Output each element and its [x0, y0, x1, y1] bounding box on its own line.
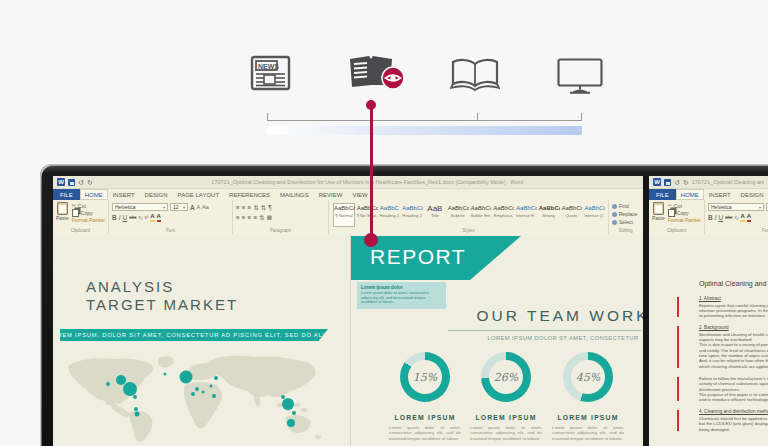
style-strong[interactable]: AaBbCcStrong — [538, 203, 560, 227]
font-group: Helvetica▾ 12▾ A A Aa B I U abc x₂ — [109, 200, 233, 234]
map-dot — [134, 407, 138, 411]
undo-icon[interactable]: ↺ — [78, 179, 84, 186]
map-dot — [212, 394, 216, 398]
ribbon-tab-view[interactable]: VIEW — [347, 189, 372, 200]
word-window-secondary: W ↺ ↻ 170721_Optimal Cleaning and Disinf… — [649, 176, 768, 446]
ribbon-tab-home[interactable]: HOME — [676, 189, 704, 200]
bullets-icon[interactable]: ≡ — [236, 204, 240, 211]
indent-icons[interactable]: ⇅ — [253, 204, 258, 211]
redo-icon[interactable]: ↻ — [87, 179, 93, 186]
style-heading-1[interactable]: AaBbCHeading 1 — [379, 203, 401, 227]
section-title: OUR TEAM WORK — [453, 307, 643, 325]
numbering-icon[interactable]: ≡ — [242, 204, 246, 211]
highlight-color-button[interactable]: A — [150, 213, 154, 222]
paragraph-group: ≡ ≡ ≡ ⇅ ⇅ ¶ ≡ ≡ ≡ ≡ ⇅ — [233, 200, 329, 234]
ribbon-tab-mailings[interactable]: MAILINGS — [275, 189, 314, 200]
ribbon-tab-references[interactable]: REFERENCES — [224, 189, 275, 200]
redo-icon[interactable]: ↻ — [683, 179, 689, 186]
copy-button[interactable]: Copy — [72, 209, 105, 216]
change-case-icon[interactable]: Aa — [202, 204, 209, 211]
strikethrough-button[interactable]: abc — [725, 214, 732, 221]
italic-button[interactable]: I — [119, 214, 121, 221]
copy-icon — [668, 209, 675, 217]
side-doc-line: This is due in part to a variety of pers… — [699, 342, 768, 347]
ribbon-tab-review[interactable]: REVIEW — [314, 189, 348, 200]
font-name-select[interactable]: Helvetica▾ — [708, 203, 764, 211]
align-right-icon[interactable]: ≡ — [248, 214, 252, 221]
select-button[interactable]: Select — [612, 218, 640, 226]
ribbon-tab-file[interactable]: FILE — [53, 189, 80, 200]
underline-button[interactable]: U — [123, 214, 128, 221]
document-canvas: ANALYSIS TARGET MARKET LOREM IPSUM. DOLO… — [53, 234, 643, 446]
map-dot — [202, 391, 205, 394]
style-emphasis[interactable]: AaBbCcEmphasis — [492, 203, 514, 227]
align-center-icon[interactable]: ≡ — [242, 214, 246, 221]
style-title[interactable]: AaBTitle — [424, 203, 446, 227]
bold-button[interactable]: B — [112, 214, 117, 221]
world-map — [60, 353, 343, 444]
style-subtle-em-[interactable]: AaBbCcSubtle Em... — [470, 203, 492, 227]
ribbon-tab-design[interactable]: DESIGN — [736, 189, 768, 200]
side-doc-section: Failure to follow the manufacturer's ina… — [699, 376, 768, 402]
group-label: Font — [109, 228, 232, 233]
font-size-select[interactable]: 12▾ — [170, 203, 188, 211]
side-doc-title: Optimal Cleaning and Disinfection — [699, 280, 768, 287]
borders-icon[interactable]: ▦ — [267, 214, 272, 221]
find-button[interactable]: Find — [612, 202, 640, 210]
copy-button[interactable]: Copy — [668, 209, 701, 216]
ribbon-tab-insert[interactable]: INSERT — [704, 189, 736, 200]
side-doc-line: to preventing infection on monitors. — [699, 313, 768, 318]
highlight-color-button[interactable]: A — [740, 213, 744, 222]
replace-button[interactable]: Replace — [612, 210, 640, 218]
sort-icon[interactable]: ⇅ — [261, 204, 266, 211]
pilcrow-icon[interactable]: ¶ — [268, 204, 272, 211]
font-group: Helvetica▾ 12▾ A A B I U abc x₂ A — [705, 200, 768, 234]
multilevel-list-icon[interactable]: ≡ — [248, 204, 252, 211]
grow-font-icon[interactable]: A — [190, 204, 195, 211]
paste-button[interactable]: Paste — [56, 202, 69, 223]
bold-button[interactable]: B — [708, 214, 713, 221]
save-icon[interactable] — [664, 179, 671, 186]
map-dot — [106, 382, 110, 386]
shrink-font-icon[interactable]: A — [197, 204, 200, 211]
format-painter-button[interactable]: Format Painter — [668, 216, 701, 223]
align-left-icon[interactable]: ≡ — [236, 214, 240, 221]
subscript-button[interactable]: x₂ — [734, 214, 738, 221]
superscript-button[interactable]: x² — [144, 214, 148, 221]
save-icon[interactable] — [68, 179, 75, 186]
ribbon-tab-file[interactable]: FILE — [649, 189, 676, 200]
font-color-button[interactable]: A — [157, 213, 161, 222]
style-quote[interactable]: AaBbCcQuote — [561, 203, 583, 227]
map-dot — [164, 373, 167, 376]
map-dot — [287, 419, 295, 427]
italic-button[interactable]: I — [715, 214, 717, 221]
ribbon-tab-home[interactable]: HOME — [80, 189, 108, 200]
ribbon-tab-page-layout[interactable]: PAGE LAYOUT — [173, 189, 224, 200]
font-name-select[interactable]: Helvetica▾ — [112, 203, 168, 211]
line-spacing-icon[interactable]: ⇅ — [259, 214, 264, 221]
style-heading-2[interactable]: AaBbCcHeading 2 — [401, 203, 423, 227]
map-dot — [292, 411, 296, 415]
format-painter-button[interactable]: Format Painter — [72, 216, 105, 223]
undo-icon[interactable]: ↺ — [674, 179, 680, 186]
group-label: Clipboard — [649, 228, 704, 233]
underline-button[interactable]: U — [719, 214, 724, 221]
style-subtitle[interactable]: AaBbCcSubtitle — [447, 203, 469, 227]
section-title-rule — [448, 330, 641, 331]
paste-button[interactable]: Paste — [652, 202, 665, 223]
monitor-icon — [557, 58, 603, 94]
justify-icon[interactable]: ≡ — [253, 214, 257, 221]
word-window-main: W ↺ ↻ 170721_Optimal Cleaning and Disinf… — [53, 176, 643, 446]
style--normal[interactable]: AaBbCc¶ Normal — [333, 203, 355, 227]
section-caption: LOREM IPSUM DOLOR ST AMET, CONSECTETUR — [453, 335, 643, 341]
style-intense-q-[interactable]: AaBbCcIntense Q... — [583, 203, 605, 227]
report-callout: Lorem ipsum dolor Lorem ipsum dolor sit … — [357, 282, 446, 309]
editing-group: FindReplaceSelect Editing — [609, 200, 643, 234]
ribbon-tab-design[interactable]: DESIGN — [140, 189, 173, 200]
font-color-button[interactable]: A — [747, 213, 751, 222]
style--no-spac-[interactable]: AaBbCcI¶ No Spac... — [356, 203, 378, 227]
strikethrough-button[interactable]: abc — [129, 214, 136, 221]
subscript-button[interactable]: x₂ — [138, 214, 142, 221]
style-intense-e-[interactable]: AaBbCcIntense E... — [515, 203, 537, 227]
ribbon-tab-insert[interactable]: INSERT — [108, 189, 140, 200]
